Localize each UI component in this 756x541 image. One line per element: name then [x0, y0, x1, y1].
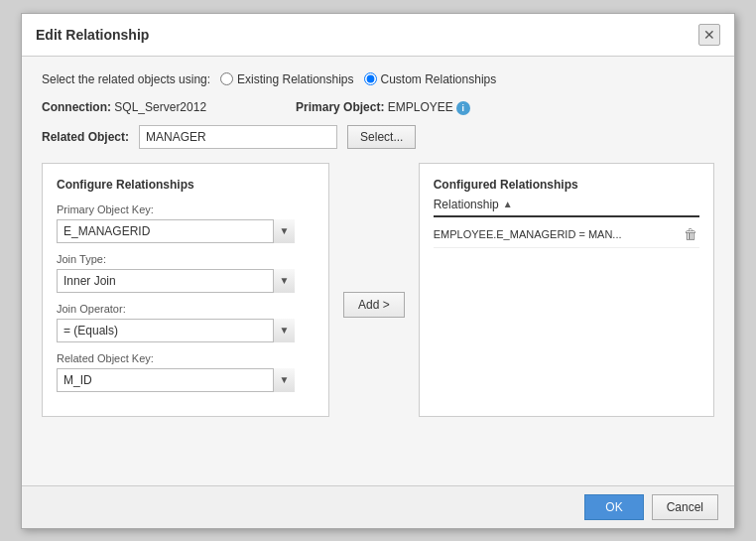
- primary-key-label: Primary Object Key:: [57, 203, 315, 215]
- dialog-body: Select the related objects using: Existi…: [22, 57, 734, 433]
- info-icon[interactable]: i: [456, 101, 470, 115]
- configured-relationships-panel: Configured Relationships Relationship ▲ …: [419, 163, 714, 417]
- related-key-dropdown-wrap: M_ID ▼: [57, 368, 295, 392]
- relationship-column-header[interactable]: Relationship ▲: [434, 198, 699, 211]
- primary-object-field: Primary Object: EMPLOYEEi: [296, 100, 470, 115]
- dialog-footer: OK Cancel: [22, 485, 734, 528]
- custom-radio[interactable]: [364, 72, 377, 85]
- table-header: Relationship ▲: [434, 198, 699, 217]
- primary-key-dropdown-wrap: E_MANAGERID ▼: [57, 219, 295, 243]
- select-button[interactable]: Select...: [347, 125, 416, 149]
- custom-radio-label: Custom Relationships: [381, 72, 497, 86]
- join-operator-label: Join Operator:: [57, 303, 315, 315]
- join-type-group: Join Type: Inner Join ▼: [57, 253, 315, 293]
- configure-panel-title: Configure Relationships: [57, 178, 315, 192]
- ok-button[interactable]: OK: [584, 494, 643, 520]
- primary-key-group: Primary Object Key: E_MANAGERID ▼: [57, 203, 315, 243]
- panels-row: Configure Relationships Primary Object K…: [42, 163, 714, 417]
- related-key-label: Related Object Key:: [57, 352, 315, 364]
- cancel-button[interactable]: Cancel: [652, 494, 718, 520]
- connection-label: Connection:: [42, 100, 111, 114]
- configured-panel-title: Configured Relationships: [434, 178, 699, 192]
- connection-value: SQL_Server2012: [114, 100, 206, 114]
- dialog-title: Edit Relationship: [36, 27, 149, 43]
- configure-relationships-panel: Configure Relationships Primary Object K…: [42, 163, 329, 417]
- custom-relationships-option[interactable]: Custom Relationships: [364, 72, 497, 86]
- edit-relationship-dialog: Edit Relationship ✕ Select the related o…: [21, 13, 735, 529]
- primary-key-select[interactable]: E_MANAGERID: [57, 219, 295, 243]
- join-operator-dropdown-wrap: = (Equals) ▼: [57, 319, 295, 342]
- delete-row-button[interactable]: 🗑: [682, 225, 699, 243]
- add-button-col: Add >: [343, 163, 405, 417]
- existing-relationships-option[interactable]: Existing Relationships: [220, 72, 353, 86]
- radio-group-label: Select the related objects using:: [42, 72, 210, 86]
- sort-arrow-icon: ▲: [503, 199, 513, 209]
- close-button[interactable]: ✕: [698, 24, 720, 46]
- existing-radio-label: Existing Relationships: [237, 72, 353, 86]
- primary-object-value: EMPLOYEE: [388, 100, 453, 114]
- join-operator-select[interactable]: = (Equals): [57, 319, 295, 342]
- existing-radio[interactable]: [220, 72, 233, 85]
- join-type-dropdown-wrap: Inner Join ▼: [57, 269, 295, 293]
- related-object-row: Related Object: Select...: [42, 125, 714, 149]
- related-object-input[interactable]: [139, 125, 337, 149]
- connection-field: Connection: SQL_Server2012: [42, 100, 206, 114]
- primary-object-label: Primary Object:: [296, 100, 384, 114]
- dialog-header: Edit Relationship ✕: [22, 14, 734, 57]
- radio-group-row: Select the related objects using: Existi…: [42, 72, 714, 86]
- relationship-row-text: EMPLOYEE.E_MANAGERID = MAN...: [434, 228, 682, 240]
- add-button[interactable]: Add >: [343, 292, 405, 318]
- related-key-select[interactable]: M_ID: [57, 368, 295, 392]
- join-operator-group: Join Operator: = (Equals) ▼: [57, 303, 315, 342]
- table-row: EMPLOYEE.E_MANAGERID = MAN... 🗑: [434, 221, 699, 248]
- join-type-label: Join Type:: [57, 253, 315, 265]
- join-type-select[interactable]: Inner Join: [57, 269, 295, 293]
- related-key-group: Related Object Key: M_ID ▼: [57, 352, 315, 392]
- related-object-label: Related Object:: [42, 130, 129, 144]
- connection-primary-row: Connection: SQL_Server2012 Primary Objec…: [42, 100, 714, 115]
